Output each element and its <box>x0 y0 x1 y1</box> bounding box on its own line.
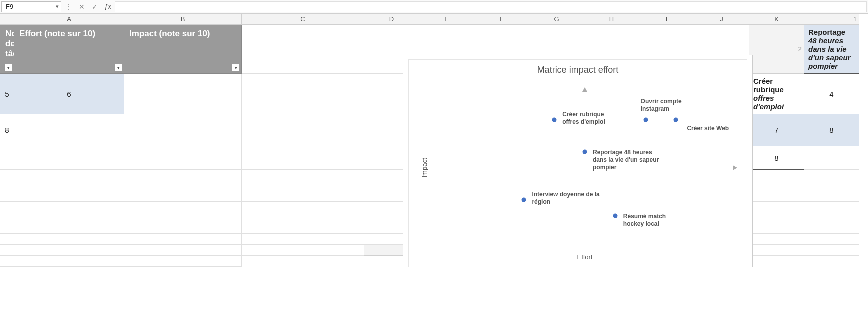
table-header-effort[interactable]: Effort (note sur 10) ▾ <box>14 25 124 74</box>
arrow-up-icon <box>582 88 587 92</box>
cell[interactable] <box>804 234 859 245</box>
table-cell-impact[interactable]: 8 <box>804 114 859 146</box>
cell[interactable] <box>242 234 364 245</box>
confirm-icon[interactable]: ✓ <box>89 2 100 12</box>
table-cell-impact[interactable]: 8 <box>749 146 804 170</box>
table-cell-effort[interactable]: 7 <box>749 114 804 146</box>
chart-frame: Matrice impact effort Effort Impact Repo… <box>408 60 747 267</box>
cell[interactable] <box>242 245 364 256</box>
table-cell-impact[interactable]: 8 <box>0 114 14 146</box>
cell[interactable] <box>242 202 364 234</box>
select-all-corner[interactable] <box>0 14 14 25</box>
filter-icon[interactable]: ▾ <box>232 64 240 72</box>
table-header-impact[interactable]: Impact (note sur 10) ▾ <box>124 25 242 74</box>
row-head-2[interactable]: 2 <box>749 25 804 74</box>
chart-point-label: Résumé match hockey local <box>623 213 683 228</box>
chart-point <box>674 118 678 122</box>
vertical-dots-icon[interactable]: ⋮ <box>63 2 74 12</box>
cell[interactable] <box>804 170 859 202</box>
row-head-1[interactable]: 1 <box>804 14 859 25</box>
cell[interactable] <box>14 234 124 245</box>
col-head-A[interactable]: A <box>14 14 124 25</box>
chart-plot-area: Effort Impact Reportage 48 heures dans l… <box>433 88 737 248</box>
cell[interactable] <box>0 256 14 267</box>
cell[interactable] <box>0 202 14 234</box>
cell[interactable] <box>124 74 242 114</box>
table-cell-task[interactable]: Reportage 48 heures dans la vie d'un sap… <box>804 25 859 74</box>
cell[interactable] <box>242 74 364 114</box>
cell[interactable] <box>124 245 242 256</box>
cell[interactable] <box>14 202 124 234</box>
col-head-I[interactable]: I <box>639 14 694 25</box>
cell[interactable] <box>14 170 124 202</box>
cell[interactable] <box>14 146 124 170</box>
col-head-D[interactable]: D <box>364 14 419 25</box>
name-box[interactable]: F9 ▾ <box>1 2 61 12</box>
cell[interactable] <box>749 170 804 202</box>
col-head-H[interactable]: H <box>584 14 639 25</box>
formula-input[interactable] <box>115 2 867 12</box>
chart-point-label: Interview doyenne de la région <box>532 191 607 206</box>
cell[interactable] <box>749 202 804 234</box>
col-head-E[interactable]: E <box>419 14 474 25</box>
col-head-J[interactable]: J <box>694 14 749 25</box>
cell[interactable] <box>804 202 859 234</box>
cell[interactable] <box>0 245 14 256</box>
cell[interactable] <box>124 114 242 146</box>
table-cell-impact[interactable]: 6 <box>14 74 124 114</box>
chart-point <box>613 214 617 218</box>
cell[interactable] <box>0 234 14 245</box>
cell[interactable] <box>14 245 124 256</box>
cell[interactable] <box>749 245 804 256</box>
cell[interactable] <box>242 25 364 74</box>
table-cell-effort[interactable]: 4 <box>804 74 859 114</box>
table-header-task[interactable]: Nom de la tâche ▾ <box>0 25 14 74</box>
cell[interactable] <box>804 245 859 256</box>
chart-point-label: Ouvrir compte Instagram <box>641 98 701 113</box>
table-cell-effort[interactable]: 5 <box>0 74 14 114</box>
col-head-K[interactable]: K <box>749 14 804 25</box>
cell[interactable] <box>242 146 364 170</box>
table-cell-task[interactable]: Créer rubrique offres d'emploi <box>749 74 804 114</box>
cell[interactable] <box>0 170 14 202</box>
fx-icon[interactable]: ƒx <box>102 2 113 12</box>
cell[interactable] <box>242 114 364 146</box>
chevron-down-icon: ▾ <box>56 4 59 10</box>
chart-title: Matrice impact effort <box>409 60 747 78</box>
cell[interactable] <box>14 256 124 267</box>
chart-point-label: Reportage 48 heures dans la vie d'un sap… <box>593 149 663 172</box>
cell[interactable] <box>804 146 859 170</box>
col-head-B[interactable]: B <box>124 14 242 25</box>
chart-point-label: Créer site Web <box>687 125 729 132</box>
filter-icon[interactable]: ▾ <box>114 64 122 72</box>
y-axis-label: Impact <box>421 158 428 178</box>
cancel-icon[interactable]: ✕ <box>76 2 87 12</box>
filter-icon[interactable]: ▾ <box>4 64 12 72</box>
cell[interactable] <box>124 234 242 245</box>
col-head-G[interactable]: G <box>529 14 584 25</box>
col-head-C[interactable]: C <box>242 14 364 25</box>
cell[interactable] <box>124 146 242 170</box>
cell[interactable] <box>124 170 242 202</box>
chart-point <box>552 118 557 122</box>
cell[interactable] <box>749 234 804 245</box>
chart-point <box>643 118 648 122</box>
cell[interactable] <box>124 202 242 234</box>
name-box-value: F9 <box>6 3 13 10</box>
cell[interactable] <box>0 146 14 170</box>
chart-point-label: Créer rubrique offres d'emploi <box>562 111 622 126</box>
chart-object[interactable]: Matrice impact effort Effort Impact Repo… <box>403 55 753 267</box>
arrow-right-icon <box>733 166 737 170</box>
x-axis-label: Effort <box>577 254 593 261</box>
chart-point <box>583 150 587 154</box>
col-head-F[interactable]: F <box>474 14 529 25</box>
cell[interactable] <box>124 256 242 267</box>
chart-point <box>522 198 526 202</box>
cell[interactable] <box>242 170 364 202</box>
cell[interactable] <box>14 114 124 146</box>
formula-bar: F9 ▾ ⋮ ✕ ✓ ƒx <box>0 0 868 14</box>
